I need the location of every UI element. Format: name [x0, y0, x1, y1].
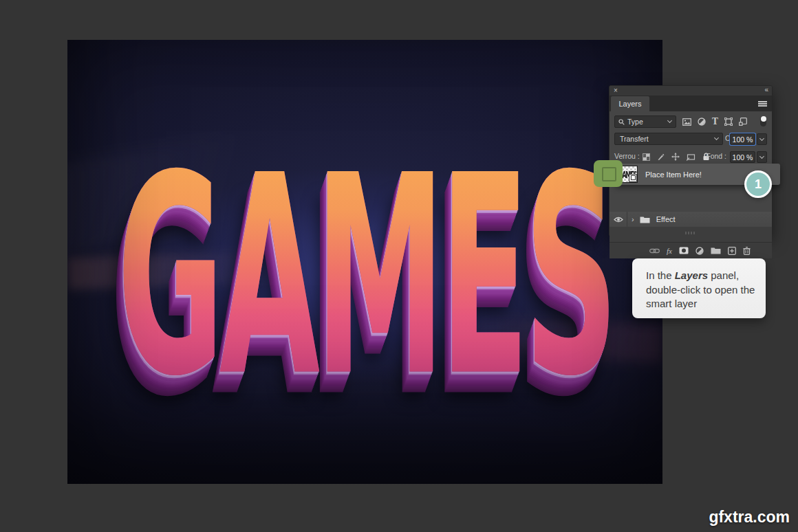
lock-icons — [643, 151, 710, 162]
chevron-down-icon — [714, 135, 719, 140]
smart-object-filter-icon[interactable] — [739, 118, 747, 126]
delete-icon[interactable] — [743, 247, 751, 255]
layer-row-effect[interactable]: › Effect — [610, 212, 772, 227]
layers-empty-area — [610, 227, 772, 242]
lock-paint-icon[interactable] — [657, 153, 665, 161]
panel-menu-icon[interactable] — [758, 101, 767, 107]
games-3d-title: GAMES GAMES — [117, 139, 613, 414]
new-layer-icon[interactable] — [728, 247, 736, 255]
light-streak — [67, 119, 334, 257]
pixel-layer-icon[interactable] — [682, 118, 691, 126]
shape-layer-icon[interactable] — [724, 118, 733, 126]
link-icon[interactable] — [649, 248, 660, 254]
close-icon[interactable]: × — [614, 87, 618, 94]
lock-move-icon[interactable] — [671, 153, 680, 161]
type-layer-icon[interactable]: T — [712, 117, 718, 126]
filter-kind-icons: T — [682, 115, 751, 128]
lock-label: Verrou : — [614, 152, 640, 160]
chevron-down-icon — [759, 153, 764, 158]
lock-transparency-icon[interactable] — [643, 153, 650, 161]
games-title-face: GAMES — [117, 139, 613, 414]
group-folder-icon — [640, 216, 650, 223]
tooltip-text-prefix: In the — [646, 269, 675, 281]
smart-object-badge-icon — [629, 174, 637, 182]
filter-toggle-icon[interactable] — [760, 116, 766, 126]
blend-mode-value: Transfert — [620, 135, 649, 143]
fill-dropdown-button[interactable] — [757, 151, 767, 163]
layer-name: Place Item Here! — [645, 170, 702, 179]
new-group-icon[interactable] — [711, 247, 721, 254]
layer-name: Effect — [656, 215, 676, 223]
lock-artboard-icon[interactable] — [687, 153, 695, 161]
blend-row: Transfert Opacité : 100 % — [610, 131, 772, 146]
light-streak — [67, 251, 274, 289]
chevron-down-icon — [667, 118, 672, 123]
adjustment-icon[interactable] — [695, 247, 704, 255]
panel-tab-row: Layers — [610, 96, 772, 111]
expand-chevron-icon[interactable]: › — [632, 215, 634, 223]
lock-row: Verrou : Fond : 100 % — [610, 149, 772, 164]
click-target-indicator — [594, 160, 623, 187]
artwork-canvas: GAMES GAMES — [67, 40, 662, 484]
magnifier-icon — [618, 119, 625, 125]
panel-resize-grip[interactable] — [685, 232, 696, 234]
filter-type-value: Type — [627, 118, 643, 126]
step-badge: 1 — [744, 170, 772, 198]
chevron-down-icon — [759, 135, 764, 140]
games-title-extrude: GAMES — [117, 139, 613, 414]
tooltip-text-emphasis: Layers — [675, 269, 708, 281]
fill-input[interactable]: 100 % — [730, 151, 755, 163]
visibility-cell[interactable] — [610, 212, 627, 227]
blend-mode-select[interactable]: Transfert — [614, 133, 723, 145]
adjustment-layer-icon[interactable] — [698, 118, 706, 126]
panel-titlebar: × « — [610, 86, 772, 96]
light-streak — [435, 316, 662, 362]
watermark: gfxtra.com — [709, 508, 790, 527]
instruction-tooltip: In the Layers panel, double-click to ope… — [632, 258, 766, 318]
layers-panel: × « Layers Type — [609, 85, 773, 236]
opacity-input[interactable]: 100 % — [730, 133, 755, 145]
fx-icon[interactable]: fx — [667, 247, 672, 255]
eye-icon — [614, 217, 623, 223]
layer-mask-icon[interactable] — [679, 247, 689, 254]
filter-type-select[interactable]: Type — [614, 115, 676, 128]
filter-row: Type T — [610, 113, 772, 130]
fill-label: Fond : — [706, 152, 726, 160]
panel-toolbar: fx — [610, 242, 772, 258]
tab-layers[interactable]: Layers — [611, 96, 649, 111]
collapse-panel-icon[interactable]: « — [764, 86, 768, 93]
opacity-dropdown-button[interactable] — [757, 133, 767, 145]
